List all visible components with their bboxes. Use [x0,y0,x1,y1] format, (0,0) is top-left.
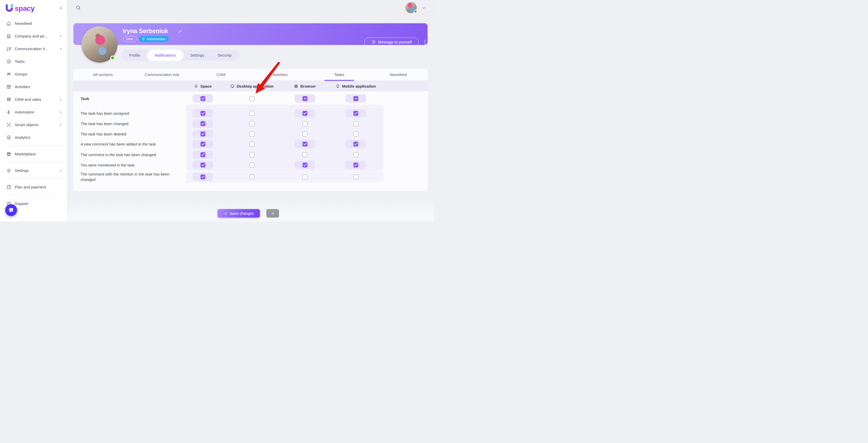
checkbox-row3-desktop[interactable] [242,130,262,138]
sidebar-item-label: Company and pe... [15,34,48,38]
sidebar-item-marketplace[interactable]: Marketplace [0,148,67,160]
checkbox-row6-mobile[interactable] [345,161,366,169]
checkbox-row5-browser[interactable] [294,150,315,159]
topbar-avatar[interactable] [405,2,417,13]
sidebar-item-plan-and-payment[interactable]: Plan and payment [0,181,67,193]
sidebar-item-tasks[interactable]: Tasks [0,55,67,68]
chevron-right-icon [59,47,63,51]
cancel-button[interactable] [266,209,279,218]
checked-checkbox [200,121,206,126]
tab-notifications[interactable]: Notifications [147,50,184,61]
tab-settings[interactable]: Settings [183,50,211,61]
save-changes-button[interactable]: Save changes [218,209,260,218]
sidebar-item-label: Support [15,201,28,206]
checkbox-row6-browser[interactable] [294,161,315,169]
sidebar-item-label: Marketplace [15,152,36,156]
section-tab-communication-hub[interactable]: Communication hub [132,69,192,80]
checkbox-row2-mobile[interactable] [345,119,366,128]
checkbox-row1-desktop[interactable] [242,109,262,117]
support-chat-fab[interactable] [5,204,17,216]
sidebar-item-activities[interactable]: Activities [0,80,67,93]
row-label-last: The comment with the mention in the task… [81,171,178,182]
tab-security[interactable]: Security [211,50,238,61]
save-button-label: Save changes [230,211,254,215]
sidebar-item-label: Tasks [15,59,25,64]
section-tab-crm[interactable]: CRM [191,69,251,80]
checkbox-row2-browser[interactable] [294,119,315,128]
pin-sidebar-icon[interactable] [58,6,63,11]
edit-name-pencil-icon[interactable] [178,29,182,34]
checkbox-row6-space[interactable] [192,161,213,169]
checkbox-task-browser[interactable] [294,94,315,102]
checkbox-row2-desktop[interactable] [242,119,262,128]
badge-label: User [126,37,133,41]
checked-checkbox [303,111,307,116]
sidebar-menu: NewsfeedCompany and pe...Communication h… [0,17,67,210]
checkbox-row5-mobile[interactable] [345,150,366,159]
section-tab-newsfeed[interactable]: Newsfeed [369,69,428,80]
checkbox-row1-space[interactable] [192,109,213,117]
chevron-down-icon[interactable] [422,6,426,10]
checkbox-last-mobile[interactable] [345,173,366,181]
checkbox-row4-desktop[interactable] [242,140,262,148]
checkbox-task-space[interactable] [192,94,213,102]
sidebar-item-settings[interactable]: Settings [0,164,67,177]
more-options-kebab-icon[interactable] [423,38,427,46]
checked-checkbox [200,111,206,116]
sidebar-item-automation[interactable]: Automation [0,106,67,118]
checkbox-row3-mobile[interactable] [345,130,366,138]
checked-checkbox [200,96,206,101]
section-tab-all-sections[interactable]: All sections [73,69,132,80]
close-icon [271,211,275,215]
checkbox-row4-browser[interactable] [294,140,315,148]
tab-profile[interactable]: Profile [122,50,147,61]
checkbox-row1-mobile[interactable] [345,109,366,117]
checkbox-task-mobile[interactable] [345,94,366,102]
column-header-label: Browser [300,84,316,88]
profile-badges: UserAdministrator [123,36,168,42]
user-badge: User [123,36,137,42]
checkbox-task-desktop[interactable] [242,94,262,102]
sidebar-item-communication-h[interactable]: Communication h... [0,42,67,55]
row-label-row5: The comment in the task has been changed [81,152,156,157]
search-icon[interactable] [75,5,81,10]
sidebar-divider [4,195,63,196]
row-label-row6: You were mentioned in the task [81,163,134,167]
sidebar-item-newsfeed[interactable]: Newsfeed [0,17,67,30]
checkbox-row3-space[interactable] [192,130,213,138]
checkbox-row5-space[interactable] [192,150,213,159]
sidebar-item-groups[interactable]: Groups [0,68,67,80]
checkbox-row4-space[interactable] [192,140,213,148]
checkbox-row4-mobile[interactable] [345,140,366,148]
section-tab-activities[interactable]: Activities [251,69,310,80]
row-label-task-group: Task [81,96,89,101]
shield-icon [142,37,145,41]
sidebar-item-smart-objects[interactable]: Smart objects [0,118,67,131]
unchecked-checkbox [303,131,307,137]
column-header-mobile-application: Mobile application [336,81,376,91]
checkbox-row3-browser[interactable] [294,130,315,138]
checkbox-last-space[interactable] [192,173,213,181]
chevron-right-icon [59,110,63,114]
checkbox-last-desktop[interactable] [242,173,262,181]
comm-hub-icon [6,46,11,52]
logo-text: spacy [15,4,35,13]
checkbox-last-browser[interactable] [294,173,315,181]
checkbox-row6-desktop[interactable] [242,161,262,169]
uspacy-logo[interactable]: spacy [5,4,35,13]
sidebar-item-company-and-pe[interactable]: Company and pe... [0,30,67,42]
chevron-right-icon [59,169,63,173]
checked-checkbox [200,174,206,179]
tasks-icon [6,59,11,64]
sidebar-item-analytics[interactable]: Analytics [0,131,67,144]
sidebar-item-label: Newsfeed [15,21,32,26]
checkbox-row2-space[interactable] [192,119,213,128]
section-tab-tasks[interactable]: Tasks [310,69,369,80]
sidebar-item-crm-and-sales[interactable]: CRM and sales [0,93,67,106]
message-icon [371,40,376,45]
checkbox-row5-desktop[interactable] [242,150,262,159]
uspacy-logo-icon [5,4,14,13]
checkbox-row1-browser[interactable] [294,109,315,117]
checked-checkbox [200,142,206,147]
message-to-yourself-button[interactable]: Message to yourself [364,37,419,47]
